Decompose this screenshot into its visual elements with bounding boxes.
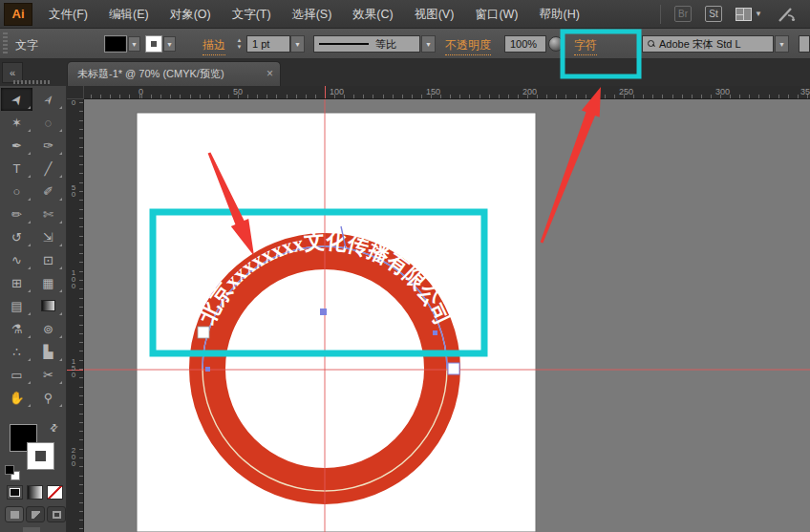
screen-mode-button-partial[interactable]: [23, 527, 40, 532]
magic-wand-tool-icon: ✶: [11, 117, 22, 129]
ellipse-tool[interactable]: ○: [1, 180, 32, 202]
none-button[interactable]: [47, 485, 63, 500]
object-center-point[interactable]: [320, 309, 327, 315]
draw-inside-button[interactable]: [47, 506, 66, 522]
scale-tool[interactable]: ⇲: [32, 225, 64, 248]
opacity-panel-link[interactable]: 不透明度: [445, 37, 491, 55]
stock-icon[interactable]: St: [705, 6, 722, 22]
anchor-point-right[interactable]: [433, 330, 437, 335]
selection-type-label: 文字: [15, 37, 38, 53]
eyedropper-tool[interactable]: ⚗: [1, 317, 32, 340]
type-tool[interactable]: T: [1, 157, 32, 180]
horizontal-ruler[interactable]: 050100150200250300350: [84, 86, 810, 99]
line-segment-tool[interactable]: ╱: [32, 157, 64, 180]
cs-live-icon[interactable]: [776, 6, 797, 23]
canvas[interactable]: 北京xxxxxxxx文化传播有限公司: [84, 99, 810, 532]
paintbrush-tool[interactable]: ✐: [32, 180, 64, 202]
ruler-label: 1 0 0: [67, 269, 80, 289]
shape-builder-tool[interactable]: ⊞: [1, 271, 32, 294]
menu-item-7[interactable]: 窗口(W): [464, 0, 528, 29]
workspace-switcher-icon[interactable]: ▼: [735, 8, 762, 21]
blend-tool[interactable]: ⊚: [32, 317, 64, 340]
draw-normal-button[interactable]: [5, 506, 24, 522]
stroke-panel-link[interactable]: 描边: [202, 37, 225, 55]
lasso-tool-icon: ◌: [45, 117, 53, 129]
gradient-button[interactable]: [27, 485, 43, 500]
mesh-tool-icon: ▤: [11, 300, 22, 312]
stroke-profile-dropdown-button[interactable]: ▼: [421, 35, 436, 53]
tools-panel-grip[interactable]: [13, 80, 52, 84]
anchor-handle-left[interactable]: [198, 327, 209, 338]
perspective-grid-tool[interactable]: ▦: [32, 271, 64, 294]
menu-item-5[interactable]: 效果(C): [342, 0, 403, 29]
menu-item-3[interactable]: 文字(T): [222, 0, 282, 29]
slice-tool[interactable]: ✂: [32, 363, 64, 386]
anchor-point-left[interactable]: [205, 367, 210, 372]
pencil-tool[interactable]: ✏: [1, 202, 32, 225]
artboard-tool[interactable]: ▭: [1, 363, 32, 386]
menu-item-4[interactable]: 选择(S): [282, 0, 343, 29]
blend-tool-icon: ⊚: [43, 323, 53, 335]
ruler-corner[interactable]: [67, 86, 84, 99]
ruler-label: 250: [619, 87, 633, 96]
zoom-tool-icon: ⚲: [44, 392, 53, 404]
menu-item-6[interactable]: 视图(V): [404, 0, 465, 29]
gradient-tool-icon: ▨: [41, 300, 55, 311]
fill-color-swatch[interactable]: [105, 36, 126, 52]
width-tool[interactable]: ∿: [1, 248, 32, 271]
close-tab-icon[interactable]: ×: [266, 68, 273, 79]
anchor-handle-right[interactable]: [448, 363, 459, 374]
symbol-sprayer-tool-icon: ∴: [12, 346, 20, 358]
lasso-tool[interactable]: ◌: [32, 111, 64, 134]
stroke-weight-dropdown-button[interactable]: ▼: [290, 35, 305, 53]
draw-behind-button[interactable]: [26, 506, 45, 522]
mesh-tool[interactable]: ▤: [1, 294, 32, 317]
default-fill-stroke-icon[interactable]: [6, 466, 19, 479]
document-tab[interactable]: 未标题-1* @ 70% (CMYK/预览) ×: [67, 61, 281, 86]
symbol-sprayer-tool[interactable]: ∴: [1, 340, 32, 363]
drawing-mode-buttons: [5, 506, 66, 522]
hand-tool[interactable]: ✋: [1, 386, 32, 409]
direct-selection-tool[interactable]: ➢: [32, 88, 64, 111]
menu-item-8[interactable]: 帮助(H): [529, 0, 590, 29]
ruler-label: 5 0: [67, 184, 80, 198]
stroke-weight-stepper[interactable]: ▲▼: [234, 35, 245, 53]
magic-wand-tool[interactable]: ✶: [1, 111, 32, 134]
character-panel-link[interactable]: 字符: [574, 37, 597, 55]
pen-tool[interactable]: ✒: [1, 134, 32, 157]
vertical-ruler[interactable]: 05 01 0 01 5 02 0 0: [67, 99, 84, 532]
direct-selection-tool-icon: ➢: [39, 91, 56, 108]
menu-item-2[interactable]: 对象(O): [160, 0, 222, 29]
font-style-field-partial[interactable]: [799, 35, 810, 53]
rotate-tool[interactable]: ↺: [1, 225, 32, 248]
gradient-tool[interactable]: ▨: [32, 294, 64, 317]
slice-tool-icon: ✂: [43, 369, 53, 381]
opacity-field[interactable]: 100%: [504, 35, 546, 53]
font-family-field[interactable]: Adobe 宋体 Std L: [642, 35, 774, 53]
menu-item-0[interactable]: 文件(F): [38, 0, 98, 29]
recolor-artwork-button[interactable]: [548, 36, 564, 52]
column-graph-tool[interactable]: ▙: [32, 340, 64, 363]
bridge-icon[interactable]: Br: [674, 6, 692, 22]
zoom-tool[interactable]: ⚲: [32, 386, 64, 409]
stroke-color-swatch[interactable]: [146, 36, 161, 52]
swap-fill-stroke-icon[interactable]: ⇄: [47, 421, 60, 435]
color-button[interactable]: [7, 485, 23, 500]
fill-dropdown-button[interactable]: ▼: [128, 36, 140, 52]
stroke-dropdown-button[interactable]: ▼: [163, 36, 176, 52]
panel-grip[interactable]: [3, 32, 8, 55]
stroke-weight-field[interactable]: 1 pt: [246, 35, 290, 53]
font-dropdown-button[interactable]: ▼: [775, 35, 789, 53]
scissors-tool-icon: ✄: [43, 208, 53, 221]
add-anchor-pen-tool[interactable]: ✑: [32, 134, 64, 157]
scissors-tool[interactable]: ✄: [32, 202, 64, 225]
free-transform-tool[interactable]: ⊡: [32, 248, 64, 271]
menu-item-1[interactable]: 编辑(E): [98, 0, 160, 29]
ruler-label: 100: [330, 87, 344, 96]
control-bar: 文字 ▼ ▼ 描边 ▲▼ 1 pt ▼ 等比 ▼ 不透明度 100% 字符 Ad…: [0, 29, 810, 59]
pencil-tool-icon: ✏: [11, 208, 22, 221]
ruler-label: 2 0 0: [67, 447, 80, 467]
stroke-profile-field[interactable]: 等比: [313, 35, 420, 53]
selection-tool[interactable]: ➤: [1, 88, 32, 111]
stroke-swatch[interactable]: [28, 443, 53, 469]
